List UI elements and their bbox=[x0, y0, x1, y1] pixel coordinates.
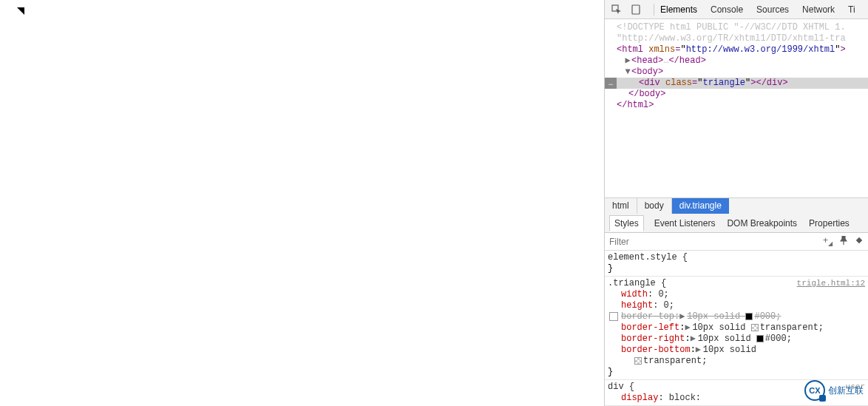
expander-icon[interactable]: ▶ bbox=[624, 55, 631, 67]
tab-sources[interactable]: Sources bbox=[755, 1, 790, 18]
expander-icon[interactable]: ▼ bbox=[624, 67, 631, 78]
head-open: <head> bbox=[631, 55, 663, 66]
body-open-line[interactable]: ▼<body> bbox=[605, 67, 868, 78]
doctype-line-2[interactable]: "http://www.w3.org/TR/xhtml1/DTD/xhtml1-… bbox=[605, 33, 868, 44]
rule-close: } bbox=[608, 263, 865, 274]
crumb-html[interactable]: html bbox=[605, 198, 637, 214]
styles-filter-row: +◢ bbox=[605, 233, 868, 251]
html-tagname: html bbox=[622, 44, 643, 55]
triangle-shape bbox=[10, 7, 24, 15]
head-line[interactable]: ▶<head>…</head> bbox=[605, 55, 868, 67]
styles-tabs: Styles Event Listeners DOM Breakpoints P… bbox=[605, 214, 868, 233]
watermark-text: 创新互联 bbox=[828, 385, 864, 396]
html-attr-name: xmlns bbox=[648, 44, 675, 55]
add-rule-icon[interactable]: +◢ bbox=[823, 235, 833, 247]
tab-elements[interactable]: Elements bbox=[659, 1, 699, 18]
tab-network[interactable]: Network bbox=[801, 1, 836, 18]
div-attr-val: triangle bbox=[702, 78, 745, 88]
dom-tree[interactable]: <!DOCTYPE html PUBLIC "-//W3C//DTD XHTML… bbox=[605, 19, 868, 197]
prop-border-right[interactable]: border-right:▶10px solid #000; bbox=[608, 334, 865, 345]
body-close-line[interactable]: </body> bbox=[605, 89, 868, 100]
prop-border-bottom-cont[interactable]: transparent; bbox=[608, 356, 865, 367]
breadcrumb: html body div.triangle bbox=[605, 197, 868, 214]
prop-border-bottom[interactable]: border-bottom:▶10px solid bbox=[608, 345, 865, 356]
color-swatch[interactable] bbox=[745, 313, 753, 320]
body-open: <body> bbox=[631, 67, 663, 77]
prop-border-top[interactable]: border-top:▶10px solid #000; bbox=[608, 311, 865, 322]
div-close: </div> bbox=[756, 78, 787, 88]
div-ua-rule[interactable]: user div { display: block: CX 创新互联 bbox=[605, 380, 868, 406]
property-checkbox[interactable] bbox=[609, 312, 618, 321]
body-close: </body> bbox=[628, 89, 665, 99]
head-close: </head> bbox=[668, 55, 705, 66]
rule-close: } bbox=[608, 367, 865, 378]
html-close: </html> bbox=[617, 100, 654, 110]
styles-tab-properties[interactable]: Properties bbox=[807, 215, 851, 231]
device-toggle-icon[interactable] bbox=[630, 4, 642, 16]
tab-console[interactable]: Console bbox=[709, 1, 745, 18]
styles-tab-listeners[interactable]: Event Listeners bbox=[653, 215, 717, 231]
watermark: CX 创新互联 bbox=[804, 380, 864, 401]
div-attr-name: class bbox=[665, 78, 692, 88]
html-close-line[interactable]: </html> bbox=[605, 100, 868, 111]
color-swatch[interactable] bbox=[751, 324, 759, 331]
svg-rect-2 bbox=[856, 237, 862, 243]
styles-tab-dom-bp[interactable]: DOM Breakpoints bbox=[725, 215, 799, 231]
element-style-selector: element.style { bbox=[608, 252, 865, 263]
doctype-line-1[interactable]: <!DOCTYPE html PUBLIC "-//W3C//DTD XHTML… bbox=[605, 22, 868, 33]
triangle-rule[interactable]: trigle.html:12 .triangle { width: 0; hei… bbox=[605, 277, 868, 380]
hov-icon[interactable] bbox=[855, 236, 864, 247]
color-swatch[interactable] bbox=[756, 335, 764, 342]
source-link[interactable]: trigle.html:12 bbox=[797, 278, 865, 289]
prop-width[interactable]: width: 0; bbox=[608, 289, 865, 300]
html-attr-val: http://www.w3.org/1999/xhtml bbox=[686, 44, 835, 55]
crumb-div-triangle[interactable]: div.triangle bbox=[671, 198, 729, 214]
color-swatch[interactable] bbox=[634, 357, 642, 365]
devtools-tabs: Elements Console Sources Network Ti bbox=[659, 1, 857, 18]
prop-border-left[interactable]: border-left:▶10px solid transparent; bbox=[608, 322, 865, 334]
styles-pane[interactable]: element.style { } trigle.html:12 .triang… bbox=[605, 251, 868, 406]
styles-tab-styles[interactable]: Styles bbox=[609, 215, 644, 231]
inspect-icon[interactable] bbox=[611, 4, 623, 16]
crumb-body[interactable]: body bbox=[637, 198, 671, 214]
svg-rect-1 bbox=[632, 5, 640, 14]
prop-height[interactable]: height: 0; bbox=[608, 300, 865, 311]
page-viewport bbox=[0, 0, 605, 406]
div-triangle-line[interactable]: <div class="triangle"></div> bbox=[605, 78, 868, 89]
pin-icon[interactable] bbox=[840, 236, 847, 247]
tab-more[interactable]: Ti bbox=[847, 1, 857, 18]
element-style-rule[interactable]: element.style { } bbox=[605, 251, 868, 277]
watermark-logo-icon: CX bbox=[804, 380, 825, 401]
div-tagname: div bbox=[644, 78, 660, 88]
devtools-panel: Elements Console Sources Network Ti <!DO… bbox=[605, 0, 868, 406]
styles-filter-input[interactable] bbox=[609, 237, 823, 247]
html-open[interactable]: <html xmlns="http://www.w3.org/1999/xhtm… bbox=[605, 44, 868, 55]
devtools-toolbar: Elements Console Sources Network Ti bbox=[605, 0, 868, 19]
toolbar-separator bbox=[654, 4, 654, 16]
